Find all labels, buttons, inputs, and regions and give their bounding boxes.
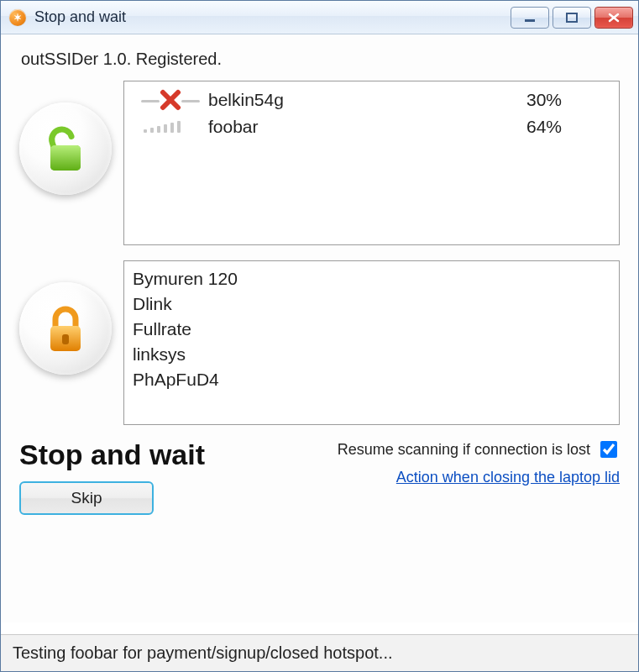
registration-text: outSSIDer 1.0. Registered.	[21, 50, 620, 69]
status-text: Testing foobar for payment/signup/closed…	[13, 643, 393, 662]
lid-action-link[interactable]: Action when closing the laptop lid	[396, 469, 620, 486]
signal-failed-icon	[133, 91, 208, 109]
locked-networks-row: Bymuren 120DlinkFullratelinksysPhApFuD4	[19, 260, 620, 425]
app-window: ✶ Stop and wait outSSIDer 1.0. Registere…	[0, 0, 639, 672]
footer-left: Stop and wait Skip	[19, 438, 205, 515]
locked-networks-list[interactable]: Bymuren 120DlinkFullratelinksysPhApFuD4	[123, 260, 620, 425]
open-networks-row: belkin54g30%foobar64%	[19, 81, 620, 245]
locked-network-item[interactable]: Fullrate	[133, 317, 610, 342]
lock-icon	[42, 302, 89, 354]
locked-orb	[19, 282, 112, 375]
resume-scanning-label: Resume scanning if connection is lost	[338, 441, 590, 459]
minimize-icon	[523, 13, 537, 23]
status-heading: Stop and wait	[19, 438, 205, 471]
skip-button[interactable]: Skip	[19, 481, 154, 515]
network-row[interactable]: foobar64%	[133, 113, 610, 140]
open-networks-list[interactable]: belkin54g30%foobar64%	[123, 81, 620, 245]
network-name: foobar	[208, 117, 526, 137]
status-bar: Testing foobar for payment/signup/closed…	[1, 634, 638, 671]
titlebar[interactable]: ✶ Stop and wait	[1, 1, 638, 34]
svg-rect-9	[62, 334, 69, 344]
app-icon: ✶	[9, 9, 26, 26]
svg-rect-1	[567, 13, 577, 22]
maximize-button[interactable]	[553, 7, 591, 29]
resume-scanning-option[interactable]: Resume scanning if connection is lost	[338, 438, 620, 460]
network-percent: 30%	[526, 90, 610, 110]
open-orb	[19, 102, 112, 195]
client-area: outSSIDer 1.0. Registered.	[1, 34, 638, 622]
window-controls	[511, 7, 633, 29]
resume-scanning-checkbox[interactable]	[600, 441, 617, 458]
unlock-icon	[42, 123, 89, 174]
network-name: belkin54g	[208, 90, 526, 110]
network-percent: 64%	[526, 117, 610, 137]
locked-network-item[interactable]: Bymuren 120	[133, 266, 610, 291]
network-lists: belkin54g30%foobar64% Bym	[19, 81, 620, 425]
maximize-icon	[565, 12, 579, 24]
locked-network-item[interactable]: linksys	[133, 342, 610, 367]
svg-rect-5	[50, 145, 81, 171]
window-title: Stop and wait	[34, 8, 511, 26]
minimize-button[interactable]	[511, 7, 549, 29]
close-button[interactable]	[594, 7, 633, 29]
locked-network-item[interactable]: Dlink	[133, 291, 610, 317]
svg-rect-0	[525, 19, 535, 22]
close-icon	[607, 12, 621, 24]
footer-right: Resume scanning if connection is lost Ac…	[223, 438, 620, 486]
footer-area: Stop and wait Skip Resume scanning if co…	[19, 438, 620, 515]
locked-network-item[interactable]: PhApFuD4	[133, 367, 610, 392]
signal-bars-icon	[133, 121, 208, 133]
network-row[interactable]: belkin54g30%	[133, 87, 610, 113]
